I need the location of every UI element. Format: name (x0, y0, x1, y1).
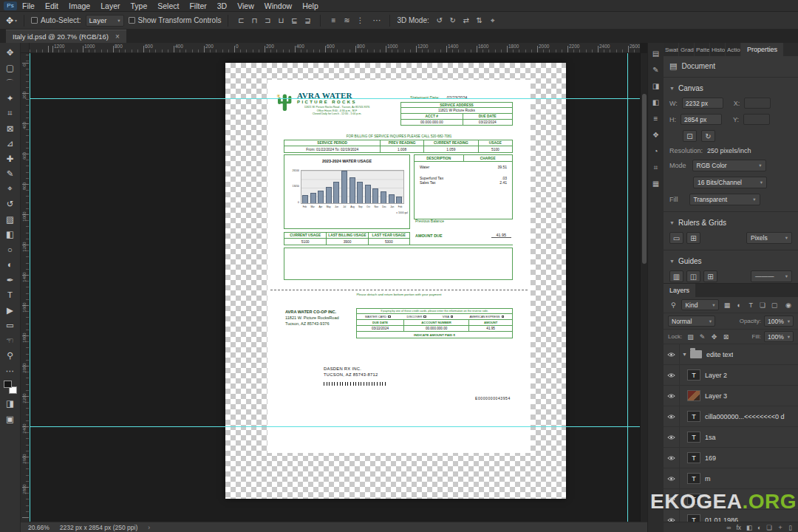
lock-all-icon[interactable]: ⊠ (720, 332, 732, 342)
color-swatches[interactable] (3, 381, 18, 394)
chevron-down-icon[interactable]: ▼ (669, 86, 675, 91)
checkbox-icon[interactable] (31, 17, 38, 24)
status-chevron-icon[interactable]: › (148, 524, 150, 531)
cc-option[interactable]: DISCOVER (407, 315, 426, 318)
tab-history[interactable]: History (710, 43, 726, 56)
auto-select-target-dropdown[interactable]: Layer▾ (86, 15, 124, 27)
tab-actions[interactable]: Actions (726, 43, 741, 56)
collapsed-glyphs-icon[interactable]: ❖ (650, 129, 662, 140)
menu-help[interactable]: Help (297, 0, 324, 12)
cc-option[interactable]: VISA (443, 315, 454, 318)
crop-tool[interactable]: ⌗ (1, 106, 19, 121)
checkbox-icon[interactable] (129, 17, 135, 24)
chevron-down-icon[interactable]: ▼ (669, 259, 675, 264)
document-tab[interactable]: Italy id.psd @ 20.7% (RGB/16) × (6, 30, 126, 43)
foreground-color-swatch[interactable] (4, 381, 12, 388)
visibility-eye-icon[interactable] (664, 427, 680, 447)
cc-checkbox[interactable] (502, 316, 505, 318)
3d-rotate-icon[interactable]: ↺ (434, 15, 446, 27)
align-top-icon[interactable]: ⊔ (275, 15, 287, 27)
tab-properties[interactable]: Properties (741, 43, 783, 56)
horizontal-ruler[interactable]: 1200100080060040020002004006008001000120… (30, 43, 640, 53)
layer-row[interactable]: ▼edite text (664, 344, 798, 365)
adjustment-layer-icon[interactable]: ◐ (757, 523, 761, 532)
filter-shape-layers-icon[interactable]: ❏ (757, 300, 768, 310)
tab-gradients[interactable]: Gradients (679, 43, 695, 56)
screen-mode-icon[interactable]: ▣ (1, 412, 19, 427)
crop-canvas-icon[interactable]: ⊡ (683, 130, 697, 142)
visibility-eye-icon[interactable] (664, 406, 680, 426)
3d-slide-icon[interactable]: ⇅ (474, 15, 485, 27)
filter-adjustment-layers-icon[interactable]: ◐ (734, 300, 745, 310)
canvas-y-field[interactable] (743, 114, 770, 125)
marquee-tool[interactable]: ▢ (1, 61, 19, 76)
distribute-spacing-icon[interactable]: ⋮ (354, 15, 366, 27)
dodge-tool[interactable]: ◐ (1, 257, 19, 273)
vertical-ruler[interactable]: 0200400600800100012001400160018002000220… (21, 53, 30, 522)
collapsed-adjustments-icon[interactable]: ◨ (650, 81, 662, 92)
menu-view[interactable]: View (232, 0, 259, 12)
menu-image[interactable]: Image (64, 0, 95, 12)
ruler-units-dropdown[interactable]: Pixels▾ (746, 232, 792, 244)
tab-layers[interactable]: Layers (664, 284, 695, 297)
pen-tool[interactable]: ✒ (1, 273, 19, 288)
rotate-canvas-icon[interactable]: ↻ (701, 130, 715, 142)
group-expand-chevron[interactable]: ▼ (682, 352, 687, 357)
tab-patterns[interactable]: Patterns (695, 43, 710, 56)
blend-mode-dropdown[interactable]: Normal▾ (668, 316, 715, 327)
auto-select-checkbox[interactable]: Auto-Select: (31, 16, 81, 24)
collapsed-paragraph-icon[interactable]: ≡ (650, 113, 662, 124)
current-tool-icon[interactable]: ✥▾ (6, 16, 17, 26)
bit-depth-dropdown[interactable]: 16 Bits/Channel▾ (693, 177, 767, 188)
visibility-eye-icon[interactable] (664, 386, 680, 406)
lock-pixels-icon[interactable]: ✎ (697, 332, 708, 342)
distribute-vertical-icon[interactable]: ≋ (341, 15, 352, 27)
3d-roll-icon[interactable]: ↻ (447, 15, 459, 27)
tab-close-icon[interactable]: × (115, 33, 120, 41)
lock-position-icon[interactable]: ✥ (709, 332, 720, 342)
canvas-x-field[interactable] (744, 98, 771, 109)
visibility-eye-icon[interactable] (664, 365, 680, 385)
guide-horizontal[interactable] (30, 426, 640, 427)
guide-style-dropdown[interactable]: ———▾ (751, 270, 792, 282)
tab-swatches[interactable]: Swatches (664, 43, 679, 56)
align-bottom-icon[interactable]: ⊒ (301, 15, 313, 27)
blur-tool[interactable]: ○ (1, 242, 19, 258)
canvas-width-field[interactable]: 2232 px (682, 98, 723, 109)
menu-filter[interactable]: Filter (184, 0, 211, 12)
clone-stamp-tool[interactable]: ⌖ (1, 182, 19, 197)
menu-select[interactable]: Select (152, 0, 184, 12)
canvas-height-field[interactable]: 2854 px (681, 114, 722, 125)
collapsed-grid-icon[interactable]: ⌗ (650, 162, 662, 173)
eyedropper-tool[interactable]: ⊿ (1, 136, 19, 151)
zoom-tool[interactable]: ⚲ (1, 348, 19, 364)
hand-tool[interactable]: ☜ (1, 333, 19, 349)
filter-pixel-layers-icon[interactable]: ▦ (722, 300, 733, 310)
move-tool[interactable]: ✥ (1, 45, 19, 61)
guides-toggle-icon[interactable]: ▥ (669, 270, 683, 282)
layers-fill-field[interactable]: 100%▾ (764, 331, 794, 342)
visibility-eye-icon[interactable] (664, 448, 680, 468)
menu-edit[interactable]: Edit (40, 0, 64, 12)
guide-horizontal[interactable] (30, 98, 640, 99)
collapsed-clone-icon[interactable]: ◔ (650, 146, 662, 157)
new-layer-icon[interactable]: ＋ (777, 523, 784, 532)
brush-tool[interactable]: ✎ (1, 166, 19, 182)
cc-checkbox[interactable] (423, 316, 426, 318)
rulers-toggle-icon[interactable]: ▭ (669, 232, 683, 244)
cc-option[interactable]: MASTER CARD (365, 315, 391, 318)
canvas-scrollbar[interactable] (640, 53, 647, 522)
cc-option[interactable]: AMERICAN EXPRESS (469, 315, 504, 318)
quick-selection-tool[interactable]: ✦ (1, 91, 19, 106)
align-center-horizontal-icon[interactable]: ⊓ (248, 15, 260, 27)
new-group-icon[interactable]: ❏ (766, 523, 772, 532)
lock-transparency-icon[interactable]: ▨ (685, 332, 696, 342)
shape-tool[interactable]: ▭ (1, 318, 19, 333)
more-options-icon[interactable]: ⋯ (370, 16, 383, 25)
menu-window[interactable]: Window (259, 0, 297, 12)
smart-guides-icon[interactable]: ◫ (686, 270, 700, 282)
delete-layer-icon[interactable]: ▯ (788, 523, 792, 532)
eraser-tool[interactable]: ▨ (1, 212, 19, 228)
color-mode-dropdown[interactable]: RGB Color▾ (692, 160, 766, 171)
history-brush-tool[interactable]: ↺ (1, 197, 19, 212)
